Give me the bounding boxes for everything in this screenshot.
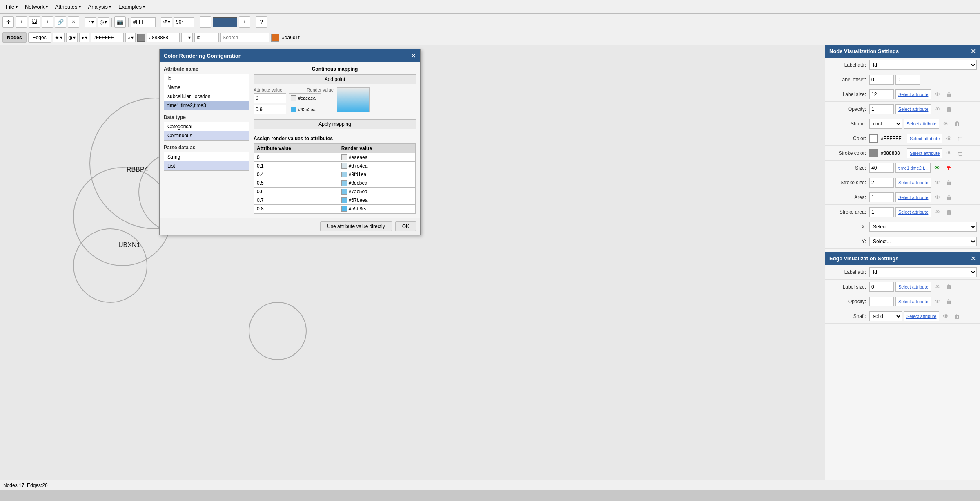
node-label-size-input[interactable] (869, 89, 894, 99)
node-label-offset-x[interactable] (869, 75, 894, 85)
parse-list-item[interactable]: List (164, 161, 249, 170)
edge-opacity-input[interactable] (869, 297, 894, 306)
edge-label-size-del-btn[interactable]: 🗑 (944, 282, 954, 292)
node-label-offset-y[interactable] (895, 75, 920, 85)
node-opacity-input[interactable] (869, 104, 894, 114)
toolbar-add-btn[interactable]: + (16, 16, 27, 28)
attr-id[interactable]: Id (164, 74, 249, 83)
node-opacity-del-btn[interactable]: 🗑 (944, 104, 954, 114)
edge-opacity-attr-btn[interactable]: Select attribute (895, 297, 931, 306)
node-shape-select[interactable]: circle (869, 119, 902, 129)
node-shape-attr-btn[interactable]: Select attribute (904, 119, 939, 129)
label-attr-dropdown[interactable]: Id (194, 33, 219, 42)
edge-label-size-attr-btn[interactable]: Select attribute (895, 282, 931, 292)
search-input[interactable] (220, 33, 270, 42)
node-shape-del-btn[interactable]: 🗑 (952, 119, 962, 129)
node-size-input[interactable] (869, 163, 894, 173)
edge-vis-close-btn[interactable]: ✕ (971, 255, 976, 262)
edge-shaft-attr-btn[interactable]: Select attribute (904, 311, 939, 321)
toolbar-bg-color[interactable] (213, 17, 237, 27)
toolbar-target-dropdown[interactable]: ◎ ▾ (98, 17, 109, 27)
dialog-close-btn[interactable]: ✕ (411, 52, 416, 60)
menu-examples[interactable]: Examples ▾ (115, 2, 148, 11)
node-area-eye-btn[interactable]: 👁 (933, 192, 942, 202)
node-color-eye-btn[interactable]: 👁 (944, 134, 954, 143)
node-stroke-color-eye-btn[interactable]: 👁 (944, 148, 954, 158)
menu-attributes[interactable]: Attributes ▾ (52, 2, 84, 11)
toolbar-rotation-input[interactable]: 90° (174, 17, 194, 27)
node-label-attr-select[interactable]: Id (869, 60, 977, 70)
node-size-del-btn[interactable]: 🗑 (944, 163, 953, 173)
type-categorical[interactable]: Categorical (164, 122, 249, 131)
node-stroke-color-preview[interactable] (869, 149, 878, 157)
label-type-dropdown[interactable]: Tl ▾ (181, 33, 193, 42)
nodes-btn[interactable]: Nodes (2, 32, 27, 43)
node-color-del-btn[interactable]: 🗑 (956, 134, 965, 143)
edges-btn[interactable]: Edges (28, 32, 51, 43)
node-stroke-area-del-btn[interactable]: 🗑 (944, 207, 954, 217)
node-size-eye-btn[interactable]: 👁 (932, 163, 942, 173)
node-stroke-color-del-btn[interactable]: 🗑 (956, 148, 965, 158)
add-point-btn[interactable]: Add point (254, 74, 416, 84)
node-stroke-area-eye-btn[interactable]: 👁 (933, 207, 942, 217)
node-shape-eye-btn[interactable]: 👁 (941, 119, 951, 129)
edge-opacity-del-btn[interactable]: 🗑 (944, 297, 954, 306)
toolbar-link-btn[interactable]: 🔗 (55, 16, 66, 28)
menu-network[interactable]: Network ▾ (22, 2, 51, 11)
attr-subcellular[interactable]: subcellular_location (164, 92, 249, 101)
toolbar-undo-dropdown[interactable]: ↺ ▾ (161, 17, 172, 27)
node-stroke-size-del-btn[interactable]: 🗑 (944, 178, 954, 188)
node-area-del-btn[interactable]: 🗑 (944, 192, 954, 202)
assign-table-container[interactable]: Attribute value Render value 0 #eaeaea (254, 143, 416, 214)
node-label-size-del-btn[interactable]: 🗑 (944, 89, 954, 99)
node-stroke-size-input[interactable] (869, 178, 894, 188)
toolbar-node-btn[interactable]: + (42, 16, 53, 28)
menu-file[interactable]: File ▾ (2, 2, 21, 11)
node-label-size-eye-btn[interactable]: 👁 (933, 89, 942, 99)
edge-shaft-del-btn[interactable]: 🗑 (952, 311, 962, 321)
node-vis-close-btn[interactable]: ✕ (971, 47, 976, 55)
node-label-size-attr-btn[interactable]: Select attribute (895, 89, 931, 99)
node-stroke-area-attr-btn[interactable]: Select attribute (895, 207, 931, 217)
star-dropdown[interactable]: ★ ▾ (53, 33, 65, 42)
node-area-input[interactable] (869, 192, 894, 202)
fill-color-input[interactable]: #FFFFFF (91, 33, 124, 42)
toolbar-image-btn[interactable]: 🖼 (29, 16, 40, 28)
menu-analysis[interactable]: Analysis ▾ (85, 2, 114, 11)
edge-opacity-eye-btn[interactable]: 👁 (933, 297, 942, 306)
circle-dropdown[interactable]: ● ▾ (79, 33, 89, 42)
mapping-attr-val-0[interactable] (254, 93, 286, 103)
toolbar-share-dropdown[interactable]: ⇀ ▾ (85, 17, 96, 27)
node-color-preview[interactable] (869, 134, 878, 143)
node-stroke-size-eye-btn[interactable]: 👁 (933, 178, 942, 188)
highlight-color-swatch[interactable] (271, 34, 279, 42)
ok-btn[interactable]: OK (395, 221, 416, 231)
type-continuous[interactable]: Continuous (164, 131, 249, 140)
edge-shaft-select[interactable]: solid (869, 311, 902, 321)
toolbar-help-btn[interactable]: ? (256, 16, 267, 28)
stroke-color-input[interactable]: #888888 (147, 33, 180, 42)
toolbar-camera-btn[interactable]: 📷 (114, 16, 126, 28)
node-x-select[interactable]: Select... (869, 222, 977, 232)
edge-label-size-input[interactable] (869, 282, 894, 292)
mapping-render-val-1[interactable]: #42b2ea (289, 105, 321, 114)
toolbar-delete-btn[interactable]: × (68, 16, 79, 28)
contrast-dropdown[interactable]: ◑ ▾ (66, 33, 78, 42)
attr-time[interactable]: time1,time2,time3 (164, 101, 249, 110)
node-size-attr-btn[interactable]: time1,time2,t... (895, 163, 931, 173)
toolbar-plus-zoom-btn[interactable]: + (239, 16, 250, 28)
node-y-select[interactable]: Select... (869, 237, 977, 246)
toolbar-color-input[interactable]: #FFF (131, 17, 156, 27)
edge-label-attr-select[interactable]: Id (869, 267, 977, 277)
node-opacity-attr-btn[interactable]: Select attribute (895, 104, 931, 114)
node-stroke-size-attr-btn[interactable]: Select attribute (895, 178, 931, 188)
node-color-attr-btn[interactable]: Select attribute (907, 134, 942, 143)
toolbar-move-btn[interactable]: ✛ (2, 16, 14, 28)
apply-mapping-btn[interactable]: Apply mapping (254, 119, 416, 129)
mapping-attr-val-1[interactable] (254, 105, 286, 114)
attr-name[interactable]: Name (164, 83, 249, 92)
use-attr-btn[interactable]: Use attribute value directly (320, 221, 392, 231)
edge-label-size-eye-btn[interactable]: 👁 (933, 282, 942, 292)
mapping-render-val-0[interactable]: #eaeaea (289, 93, 321, 103)
node-stroke-color-attr-btn[interactable]: Select attribute (907, 148, 942, 158)
